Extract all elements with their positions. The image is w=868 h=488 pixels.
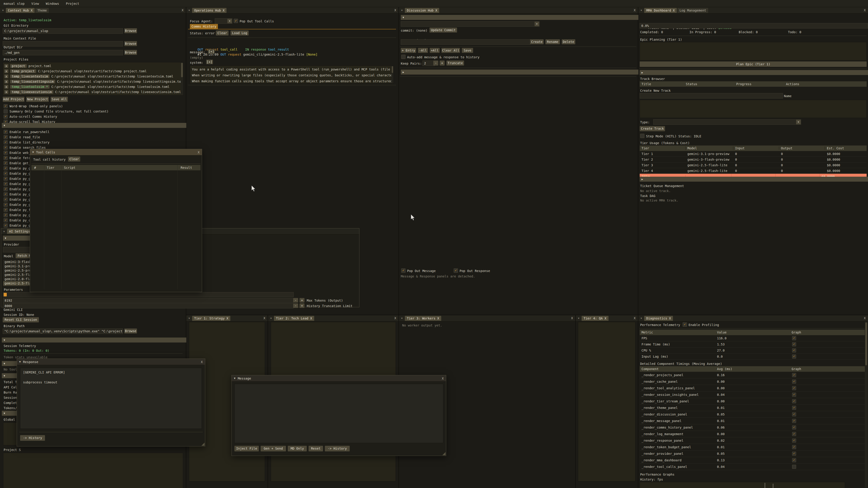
rename-button[interactable]: Rename (546, 39, 560, 44)
option-checkbox[interactable]: ✓ (4, 115, 8, 119)
response-window[interactable]: ▼ Response X [GEMINI_CLI API ERROR] subp… (17, 359, 205, 447)
component-graph-checkbox[interactable]: ✓ (792, 399, 796, 403)
inject-file-button[interactable]: Inject File (235, 446, 259, 451)
menu-view[interactable]: View (31, 2, 39, 5)
option-checkbox[interactable]: ✓ (4, 104, 8, 108)
agent-tool-checkbox[interactable]: ✓ (4, 213, 8, 217)
tab-mma-dashboard[interactable]: MMA DashboardX (644, 8, 677, 13)
git-browse-button[interactable]: Browse (124, 28, 137, 33)
tab-diagnostics[interactable]: DiagnosticsX (644, 316, 673, 321)
agent-tool-checkbox[interactable]: ✓ (4, 187, 8, 191)
agent-tool-checkbox[interactable]: ✓ (4, 208, 8, 212)
load-log-button[interactable]: Load Log (230, 31, 249, 35)
project-file-name-button[interactable]: temp_livetoolssim * (10, 85, 50, 89)
chevron-down-icon[interactable]: ▼ (535, 22, 539, 26)
reset-button[interactable]: Reset (309, 446, 323, 451)
dock-collapse-icon[interactable]: ▼ (1, 9, 5, 11)
agent-tools-header[interactable]: ▼ Agent Tools (2, 123, 188, 128)
tool-calls-clear-button[interactable]: Clear (68, 157, 80, 162)
agent-tool-row[interactable]: ✓ Enable read_file (3, 134, 179, 140)
binary-path-input[interactable]: "C:\projects\manual_slop\.venv\Scripts\p… (3, 328, 123, 334)
system-prompt-box[interactable]: You are a helpful coding assistant with … (190, 66, 394, 84)
option-row[interactable]: ✓ Word-Wrap (Read-only panels) (3, 103, 179, 109)
agent-tool-checkbox[interactable]: ✓ (4, 130, 8, 134)
agent-tool-checkbox[interactable]: ✓ (4, 161, 8, 165)
component-graph-checkbox[interactable]: ✓ (792, 412, 796, 416)
tool-calls-window[interactable]: ▼ Tool Calls X Tool call history Clear #… (30, 149, 202, 292)
response-to-history-button[interactable]: -> History (20, 435, 45, 441)
binary-browse-button[interactable]: Browse (124, 328, 137, 333)
option-checkbox[interactable] (4, 109, 8, 113)
tab-close-icon[interactable]: X (669, 317, 671, 320)
discussion-name-input[interactable] (401, 39, 530, 45)
project-file-row[interactable]: x project project.toml (3, 63, 183, 68)
response-content-box[interactable]: [GEMINI_CLI API ERROR] subprocess timeou… (20, 368, 202, 429)
metric-graph-checkbox[interactable]: ✓ (792, 342, 796, 346)
tab-theme[interactable]: Theme (35, 8, 49, 13)
tier4-output-box[interactable] (578, 322, 636, 482)
agent-tool-row[interactable]: ✓ Enable run_powershell (3, 129, 179, 134)
remove-file-button[interactable]: x (4, 69, 8, 73)
message-to-history-button[interactable]: -> History (325, 446, 350, 451)
agent-tool-checkbox[interactable]: ✓ (4, 192, 8, 196)
panel-close-icon[interactable]: X (395, 8, 396, 12)
dock-collapse-icon[interactable]: ▼ (2, 230, 6, 233)
roles-header[interactable]: ▶ Roles (401, 70, 642, 74)
menu-windows[interactable]: Windows (46, 2, 59, 5)
temperature-slider[interactable] (3, 292, 293, 297)
remove-file-button[interactable]: x (4, 85, 8, 89)
save-button[interactable]: Save (462, 48, 473, 53)
project-file-name-button[interactable]: temp_liveexecutionsim (10, 90, 53, 94)
project-file-row[interactable]: x temp_livecontextsim C:\projects\manual… (3, 74, 183, 79)
component-graph-checkbox[interactable]: ✓ (792, 373, 796, 377)
keep-pairs-plus-button[interactable]: + (440, 61, 445, 66)
agent-tool-checkbox[interactable]: ✓ (4, 182, 8, 186)
autoadd-checkbox[interactable] (401, 55, 405, 59)
popout-response-checkbox[interactable]: ✓ (454, 268, 458, 273)
discussions-header[interactable]: ▼ Discussions (401, 15, 642, 20)
tab-operations-hub[interactable]: Operations HubX (192, 8, 226, 13)
component-graph-checkbox[interactable] (792, 465, 796, 469)
message-window[interactable]: ▼ Message X Inject File Gen + Send MD On… (231, 375, 446, 456)
minus-all-button[interactable]: -All (418, 48, 428, 53)
history-trunc-input[interactable]: 8000 (3, 303, 293, 308)
delete-button[interactable]: Delete (562, 39, 575, 44)
project-file-row[interactable]: x temp_liveaisettingssim C:\projects\man… (3, 79, 183, 84)
component-graph-checkbox[interactable]: ✓ (792, 432, 796, 436)
message-expand-button[interactable]: [+] (208, 49, 215, 54)
metric-graph-checkbox[interactable]: ✓ (792, 348, 796, 352)
tab-close-icon[interactable]: X (604, 317, 606, 320)
max-tokens-input[interactable]: 8192 (3, 298, 293, 303)
metric-graph-checkbox[interactable]: ✓ (792, 355, 796, 359)
dock-collapse-icon[interactable]: ▼ (400, 317, 404, 320)
chevron-down-icon[interactable]: ▼ (796, 120, 801, 124)
type-combo[interactable]: feature ▼ (653, 119, 801, 125)
component-graph-checkbox[interactable]: ✓ (792, 425, 796, 429)
system-expand-button[interactable]: [+] (206, 60, 213, 64)
step-mode-checkbox[interactable] (640, 134, 645, 138)
max-tokens-minus-button[interactable]: - (293, 298, 298, 302)
max-tokens-plus-button[interactable]: + (300, 298, 305, 302)
component-graph-checkbox[interactable]: ✓ (792, 458, 796, 462)
output-dir-browse-button[interactable]: Browse (124, 50, 137, 55)
tab-log-management[interactable]: Log Management (677, 8, 708, 13)
tab-close-icon[interactable]: X (226, 317, 228, 320)
response-titlebar[interactable]: ▼ Response X (17, 359, 205, 365)
git-directory-input[interactable]: C:\projects\manual_slop (3, 28, 123, 34)
tab-context-hub[interactable]: Context HubX (6, 8, 35, 13)
dock-collapse-icon[interactable]: ▼ (400, 9, 404, 11)
tab-close-icon[interactable]: X (437, 317, 439, 320)
chevron-down-icon[interactable]: ▼ (32, 151, 34, 154)
project-file-name-button[interactable]: temp_livecontextsim (10, 74, 50, 78)
enable-profiling-checkbox[interactable]: ✓ (683, 322, 687, 327)
message-titlebar[interactable]: ▼ Message X (232, 375, 446, 382)
panel-close-icon[interactable]: X (864, 316, 866, 320)
panel-close-icon[interactable]: X (264, 316, 266, 320)
add-project-button[interactable]: Add Project (3, 97, 24, 102)
chevron-down-icon[interactable]: ▼ (19, 360, 21, 363)
new-project-button[interactable]: New Project (26, 97, 49, 102)
project-system-box[interactable] (3, 453, 183, 488)
agent-tool-checkbox[interactable]: ✓ (4, 177, 8, 181)
clear-button[interactable]: Clear (216, 31, 228, 35)
option-row[interactable]: Summary Only (send file structure, not f… (3, 109, 179, 114)
